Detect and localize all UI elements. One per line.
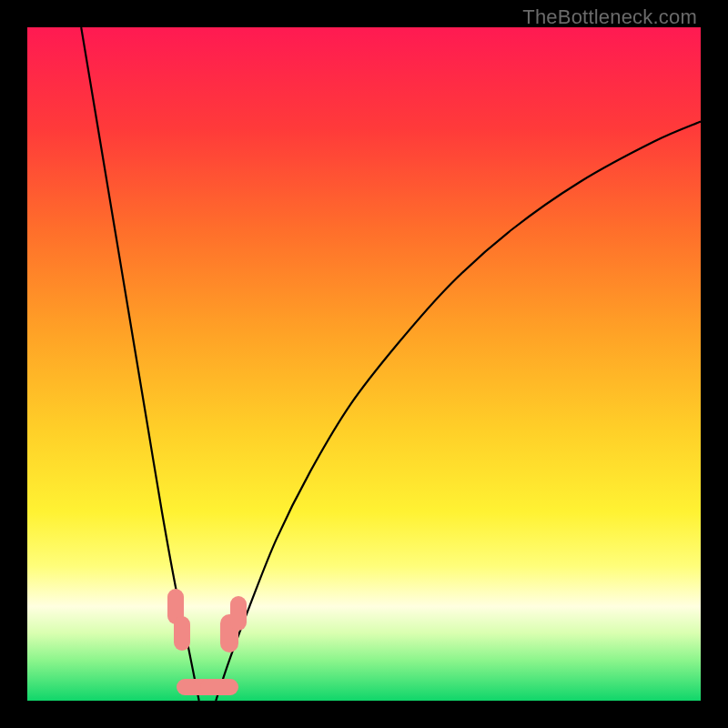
annotation-left-B <box>174 616 190 651</box>
chart-frame: TheBottleneck.com <box>0 0 728 728</box>
plot-area <box>27 27 701 701</box>
watermark-text: TheBottleneck.com <box>522 5 697 29</box>
curves-layer <box>27 27 701 701</box>
curve-right-path <box>216 122 701 701</box>
annotation-bottom-B <box>200 679 238 695</box>
annotation-right-B <box>230 596 247 631</box>
